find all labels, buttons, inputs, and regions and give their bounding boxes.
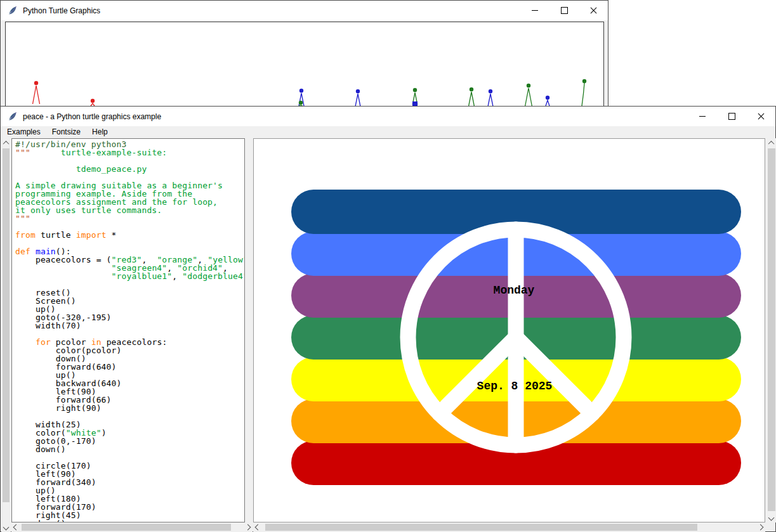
code-hscroll-thumb[interactable] [22,524,231,531]
canvas-scroll-up-icon[interactable] [766,138,776,148]
menu-examples[interactable]: Examples [1,126,46,138]
code-line: """ [15,214,244,223]
canvas-scroll-down-icon[interactable] [766,513,776,522]
canvas-hscrollbar[interactable] [253,522,765,532]
peace-maximize-button[interactable] [717,107,746,126]
code-line: from turtle import * [15,231,244,239]
code-scroll-up-icon[interactable] [1,138,11,148]
code-line: """ turtle-example-suite: [15,148,244,157]
code-scroll-right-icon[interactable] [243,522,253,532]
peace-close-button[interactable] [746,107,775,126]
canvas-scroll-right-icon[interactable] [756,522,765,532]
peace-titlebar[interactable]: peace - a Python turtle graphics example [1,107,775,126]
turtle-minimize-button[interactable] [520,1,549,20]
maximize-icon [728,113,735,120]
code-vscroll-thumb[interactable] [3,148,10,502]
turtle-window-title: Python Turtle Graphics [23,6,100,15]
code-scroll-left-icon[interactable] [11,522,21,532]
minimize-icon [532,10,538,11]
code-line: tdemo_peace.py [15,165,244,173]
code-line: down() [15,445,244,453]
code-line: width(70) [15,321,244,330]
peace-canvas: Monday Sep. 8 2025 [253,138,765,522]
minimize-icon [699,116,706,117]
menu-help[interactable]: Help [86,126,114,138]
menu-fontsize[interactable]: Fontsize [46,126,86,138]
code-hscrollbar[interactable] [11,522,253,532]
peace-main-area: #!/usr/bin/env python3""" turtle-example… [1,138,775,531]
peace-symbol [254,139,765,522]
code-line: it only uses turtle commands. [15,206,244,214]
canvas-vscrollbar[interactable] [766,138,776,522]
close-icon [590,7,597,14]
close-icon [758,113,765,120]
canvas-scroll-left-icon[interactable] [253,522,263,532]
desktop: Python Turtle Graphics peace - a Python … [0,0,776,532]
tk-feather-icon [8,112,18,122]
canvas-vscroll-thumb[interactable] [768,148,775,511]
peace-minimize-button[interactable] [688,107,717,126]
code-vscrollbar[interactable] [1,138,11,532]
weekday-text: Monday [463,284,565,297]
code-scroll-down-icon[interactable] [1,522,11,532]
turtle-titlebar[interactable]: Python Turtle Graphics [1,1,608,20]
turtle-close-button[interactable] [579,1,608,20]
date-text: Sep. 8 2025 [445,380,584,393]
peace-window-title: peace - a Python turtle graphics example [23,112,161,121]
code-editor[interactable]: #!/usr/bin/env python3""" turtle-example… [11,138,245,522]
code-line: right(90) [15,404,244,412]
tk-feather-icon [8,6,18,16]
menubar: Examples Fontsize Help [1,126,775,138]
peace-example-window: peace - a Python turtle graphics example… [0,106,776,532]
turtle-maximize-button[interactable] [549,1,579,20]
maximize-icon [561,7,568,14]
code-line: "royalblue1", "dodgerblue4") [15,272,244,280]
canvas-hscroll-thumb[interactable] [265,524,697,531]
